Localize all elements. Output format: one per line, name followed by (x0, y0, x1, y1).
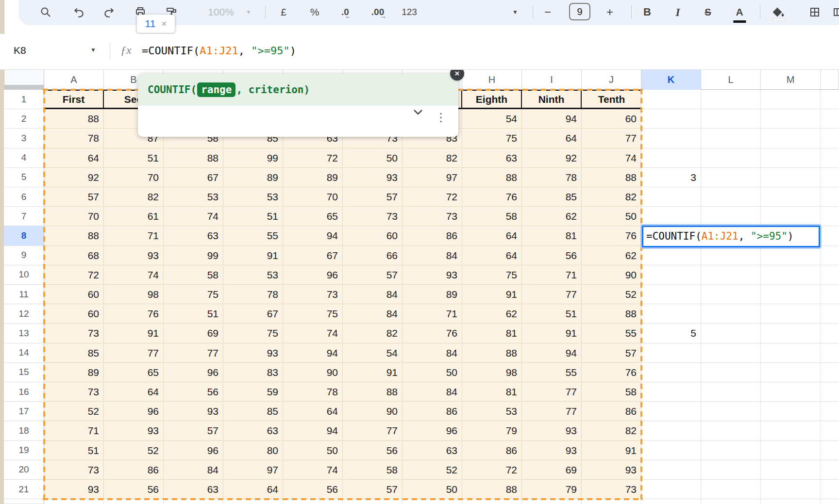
cell-I11[interactable]: 77 (522, 285, 582, 304)
font-size-input[interactable]: 9 (569, 3, 590, 20)
cell-K5[interactable]: 3 (641, 168, 701, 187)
cell-B9[interactable]: 93 (104, 246, 164, 265)
cell-H10[interactable]: 75 (462, 265, 522, 285)
cell-A8[interactable]: 88 (44, 226, 104, 245)
zoom-select[interactable]: 100% (208, 5, 234, 19)
cell-D20[interactable]: 97 (223, 460, 283, 480)
cell-D5[interactable]: 89 (223, 168, 283, 187)
column-header-K[interactable]: K (641, 69, 701, 90)
cell-I2[interactable]: 94 (522, 109, 582, 129)
row-header-7[interactable]: 7 (4, 207, 44, 226)
cell-H8[interactable]: 64 (462, 226, 522, 245)
cell-J18[interactable]: 82 (582, 421, 641, 440)
cell-J2[interactable]: 60 (582, 109, 641, 129)
row-header-14[interactable]: 14 (4, 343, 44, 363)
cell-H3[interactable]: 75 (462, 129, 522, 148)
cell-B20[interactable]: 86 (104, 460, 164, 480)
column-header-M[interactable]: M (761, 69, 821, 90)
row-header-18[interactable]: 18 (4, 421, 44, 440)
cell-G9[interactable]: 84 (403, 246, 462, 265)
cell-F8[interactable]: 60 (343, 226, 403, 245)
cell-A4[interactable]: 64 (44, 148, 104, 168)
cell-J13[interactable]: 55 (582, 324, 641, 343)
kebab-menu-icon[interactable]: ⋮ (435, 112, 447, 123)
cell-I6[interactable]: 85 (522, 187, 582, 207)
cell-B13[interactable]: 91 (104, 324, 164, 343)
cell-A13[interactable]: 73 (44, 324, 104, 343)
row-header-1[interactable]: 1 (4, 90, 44, 109)
cell-A11[interactable]: 60 (44, 285, 104, 304)
cell-A3[interactable]: 78 (44, 129, 104, 148)
row-header-partial[interactable] (4, 499, 44, 504)
cell-I3[interactable]: 64 (522, 129, 582, 148)
cell-C21[interactable]: 63 (164, 480, 223, 499)
cell-E5[interactable]: 89 (283, 168, 343, 187)
column-header-partial[interactable] (821, 69, 839, 90)
cell-B17[interactable]: 96 (104, 402, 164, 421)
cell-G6[interactable]: 72 (403, 187, 462, 207)
cell-A2[interactable]: 88 (44, 109, 104, 129)
row-header-19[interactable]: 19 (4, 441, 44, 460)
cell-H5[interactable]: 88 (462, 168, 522, 187)
cell-F19[interactable]: 56 (343, 441, 403, 460)
row-header-4[interactable]: 4 (4, 148, 44, 168)
cell-J4[interactable]: 74 (582, 148, 641, 168)
cell-F14[interactable]: 54 (343, 343, 403, 363)
row-header-17[interactable]: 17 (4, 402, 44, 421)
cell-B16[interactable]: 64 (104, 382, 164, 402)
cell-G16[interactable]: 84 (403, 382, 462, 402)
cell-J16[interactable]: 58 (582, 382, 641, 402)
cell-H11[interactable]: 91 (462, 285, 522, 304)
cell-E19[interactable]: 50 (283, 441, 343, 460)
cell-I5[interactable]: 78 (522, 168, 582, 187)
cell-A5[interactable]: 92 (44, 168, 104, 187)
cell-G19[interactable]: 63 (403, 441, 462, 460)
cell-H21[interactable]: 88 (462, 480, 522, 499)
cell-I17[interactable]: 77 (522, 402, 582, 421)
cell-A16[interactable]: 73 (44, 382, 104, 402)
cell-C9[interactable]: 99 (164, 246, 223, 265)
cell-A17[interactable]: 52 (44, 402, 104, 421)
cell-D6[interactable]: 53 (223, 187, 283, 207)
cell-A7[interactable]: 70 (44, 207, 104, 226)
cell-H16[interactable]: 81 (462, 382, 522, 402)
cell-G21[interactable]: 50 (403, 480, 462, 499)
cell-I13[interactable]: 91 (522, 324, 582, 343)
cell-E11[interactable]: 73 (283, 285, 343, 304)
column-header-I[interactable]: I (522, 69, 582, 90)
cell-C4[interactable]: 88 (164, 148, 223, 168)
increase-font-size-button[interactable]: + (606, 5, 613, 19)
cell-D19[interactable]: 80 (223, 441, 283, 460)
cell-D8[interactable]: 55 (223, 226, 283, 245)
cell-G4[interactable]: 82 (403, 148, 462, 168)
cell-D10[interactable]: 53 (223, 265, 283, 285)
decrease-decimal-button[interactable]: .0← (341, 5, 349, 19)
cell-H18[interactable]: 79 (462, 421, 522, 440)
search-icon[interactable] (40, 5, 51, 19)
cell-B18[interactable]: 93 (104, 421, 164, 440)
cell-J3[interactable]: 77 (582, 129, 641, 148)
cell-H6[interactable]: 76 (462, 187, 522, 207)
cell-C6[interactable]: 53 (164, 187, 223, 207)
cell-B4[interactable]: 51 (104, 148, 164, 168)
cell-C19[interactable]: 96 (164, 441, 223, 460)
font-family-caret-icon[interactable]: ▼ (512, 5, 518, 19)
row-header-8[interactable]: 8 (4, 226, 44, 245)
cell-J10[interactable]: 90 (582, 265, 641, 285)
cell-H2[interactable]: 54 (462, 109, 522, 129)
cell-E12[interactable]: 75 (283, 304, 343, 324)
cell-H1[interactable]: Eighth (462, 90, 522, 109)
row-header-5[interactable]: 5 (4, 168, 44, 187)
cell-E16[interactable]: 78 (283, 382, 343, 402)
cell-I10[interactable]: 71 (522, 265, 582, 285)
cell-J17[interactable]: 86 (582, 402, 641, 421)
cell-B12[interactable]: 76 (104, 304, 164, 324)
italic-button[interactable]: I (675, 5, 680, 19)
cell-B19[interactable]: 52 (104, 441, 164, 460)
cell-B10[interactable]: 74 (104, 265, 164, 285)
row-header-21[interactable]: 21 (4, 480, 44, 499)
cell-F12[interactable]: 84 (343, 304, 403, 324)
row-header-20[interactable]: 20 (4, 460, 44, 480)
cell-G13[interactable]: 76 (403, 324, 462, 343)
cell-A6[interactable]: 57 (44, 187, 104, 207)
